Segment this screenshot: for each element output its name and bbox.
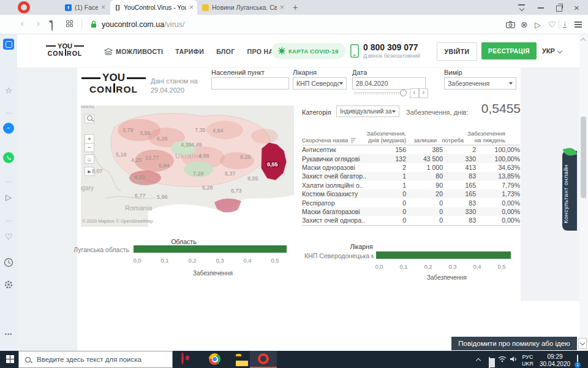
myflow-send-icon[interactable]: ▷ bbox=[535, 20, 541, 29]
tab-close-icon[interactable]: × bbox=[101, 4, 105, 11]
wifi-icon[interactable] bbox=[498, 356, 507, 362]
chart-oblast-axis: 0,0 0,1 0,2 0,3 0,4 0,5 bbox=[134, 257, 288, 264]
action-center-icon[interactable]: 1 bbox=[577, 355, 578, 366]
sidebar-more-icon[interactable]: ••• bbox=[0, 331, 17, 337]
speed-dial-home-icon[interactable] bbox=[3, 39, 14, 50]
reload-icon[interactable] bbox=[51, 20, 53, 31]
youcontrol-logo[interactable]: YOU CONROL bbox=[46, 42, 84, 57]
tab-menu-icon[interactable] bbox=[518, 4, 525, 10]
feedback-collapse-button[interactable] bbox=[578, 338, 587, 349]
hospital-label: Лікарня bbox=[293, 69, 317, 76]
map-zoom-out-button[interactable]: − bbox=[85, 143, 94, 152]
map-home-button[interactable]: ⌂ bbox=[85, 155, 94, 164]
tab-facebook[interactable]: f (1) Facebook × bbox=[61, 0, 109, 15]
taskbar-search[interactable] bbox=[18, 351, 173, 368]
battery-icon[interactable] bbox=[489, 357, 490, 368]
table-row[interactable]: Маски одноразові21 00041334,63% bbox=[302, 163, 520, 172]
scrollbar-thumb[interactable] bbox=[581, 117, 586, 198]
adblock-shield-icon[interactable]: ⊗ bbox=[521, 20, 528, 29]
lock-icon[interactable] bbox=[91, 20, 97, 28]
table-row[interactable]: Костюм біозахисту0201651,73% bbox=[302, 190, 520, 198]
table-row[interactable]: Рукавички оглядові13243 500330100,00% bbox=[302, 154, 520, 163]
nav-features[interactable]: МОЖЛИВОСТІ bbox=[104, 48, 163, 55]
register-button[interactable]: РЕЄСТРАЦІЯ bbox=[481, 42, 537, 59]
category-label: Категорія bbox=[302, 109, 331, 116]
language-selector[interactable]: УКР bbox=[542, 47, 562, 55]
settings-gear-icon[interactable] bbox=[4, 280, 13, 289]
covid-map-link[interactable]: КАРТА COVID-19 bbox=[271, 43, 345, 59]
tab-news[interactable]: Новини Луганська. Свіжі × bbox=[198, 0, 288, 15]
download-icon[interactable]: ↓ bbox=[563, 20, 567, 28]
tab-close-icon[interactable]: × bbox=[189, 4, 194, 11]
date-slider-handle[interactable] bbox=[400, 90, 407, 96]
category-select[interactable]: Індивідуальний зах... bbox=[336, 105, 399, 117]
map-selected-value[interactable]: 0,55 bbox=[266, 161, 279, 167]
minimize-button[interactable] bbox=[538, 7, 544, 9]
table-row[interactable]: Халати ізоляційні о..1901657,79% bbox=[302, 181, 520, 190]
map-label-romania: Romania bbox=[125, 204, 152, 212]
map-label-hungary: ngary bbox=[81, 185, 94, 191]
taskbar-app-icon[interactable] bbox=[181, 352, 184, 365]
sort-icon[interactable] bbox=[351, 138, 356, 143]
map-zoom-in-button[interactable]: + bbox=[85, 134, 94, 144]
map-value: 4,49 bbox=[191, 142, 202, 148]
map-attribution: © 2020 Mapbox © OpenStreetMap bbox=[82, 218, 153, 224]
address-bar[interactable]: youcontrol.com.ua/virus/ bbox=[102, 20, 184, 29]
measure-select[interactable]: Забезпечення bbox=[444, 77, 516, 90]
table-row[interactable]: Захист очей однора..00830,00% bbox=[302, 216, 520, 225]
col-header-need[interactable]: потреба bbox=[437, 137, 464, 144]
close-button[interactable]: × bbox=[574, 2, 579, 13]
snapshot-camera-icon[interactable] bbox=[506, 21, 515, 28]
chrome-icon[interactable] bbox=[209, 353, 221, 365]
chart-hospital-bar[interactable] bbox=[376, 251, 511, 259]
start-button[interactable] bbox=[6, 355, 14, 363]
tab-close-icon[interactable]: × bbox=[280, 4, 284, 11]
ukraine-choropleth-map[interactable]: + − ⌂ ▶ oland Ukraine Romania ngary © 20… bbox=[81, 105, 294, 227]
hospital-select[interactable]: КНП Северодоне... bbox=[293, 77, 347, 90]
back-icon[interactable]: ‹ bbox=[21, 18, 24, 28]
taskbar-search-input[interactable] bbox=[36, 355, 160, 364]
login-button[interactable]: УВІЙТИ bbox=[437, 42, 477, 61]
nav-tariffs[interactable]: ТАРИФИ bbox=[175, 48, 204, 55]
table-row[interactable]: Захист очей багатор..1808313,85% bbox=[302, 172, 520, 180]
chart-oblast-bar[interactable] bbox=[134, 245, 287, 253]
date-slider-track[interactable] bbox=[354, 92, 405, 94]
favorites-heart-icon[interactable]: ♡ bbox=[0, 232, 17, 242]
col-header-stock[interactable]: залишки bbox=[406, 137, 437, 144]
nav-blog[interactable]: БЛОГ bbox=[216, 48, 235, 55]
map-search-button[interactable] bbox=[85, 114, 94, 123]
tray-clock[interactable]: 09:2930.04.2020 bbox=[538, 353, 572, 368]
messenger-icon[interactable] bbox=[3, 123, 14, 134]
table-row[interactable]: Респіратор00830,00% bbox=[302, 198, 520, 207]
language-indicator[interactable]: РУСUKR bbox=[522, 354, 533, 367]
history-clock-icon[interactable] bbox=[4, 258, 13, 267]
bookmark-heart-icon[interactable]: ♡ bbox=[548, 20, 556, 29]
new-tab-button[interactable]: + bbox=[293, 2, 298, 12]
whatsapp-icon[interactable] bbox=[3, 152, 14, 163]
table-row[interactable]: Маски багаторазові003300,00% bbox=[302, 207, 520, 216]
speed-dial-icon[interactable] bbox=[66, 20, 73, 27]
url-host: youcontrol.com.ua bbox=[102, 20, 164, 29]
col-header-week[interactable]: Забезпечення на тиждень bbox=[464, 130, 505, 144]
myflow-send-icon[interactable]: ▷ bbox=[0, 193, 17, 202]
phone-number[interactable]: 0 800 309 077 bbox=[363, 42, 418, 52]
volume-icon[interactable] bbox=[510, 356, 518, 362]
restore-button[interactable] bbox=[556, 6, 562, 12]
table-row[interactable]: Антисептик1563852100,00% bbox=[302, 145, 520, 154]
date-input[interactable]: 28.04.2020 bbox=[352, 77, 426, 90]
settlement-input[interactable] bbox=[211, 77, 289, 90]
bookmarks-star-icon[interactable]: ☆ bbox=[0, 86, 17, 95]
divider bbox=[6, 221, 12, 221]
col-header-name[interactable]: Скорочена назва bbox=[302, 137, 365, 144]
sidebar-setup-icon[interactable] bbox=[575, 21, 582, 28]
date-prev-button[interactable]: ‹ bbox=[410, 88, 419, 98]
opera-logo-icon[interactable] bbox=[18, 1, 30, 13]
tab-youcontrol[interactable]: [ ] YouControl.Virus - Youcont × bbox=[110, 0, 197, 15]
consultant-online-tab[interactable]: Консультант онлайн bbox=[562, 151, 577, 231]
date-next-button[interactable]: › bbox=[419, 88, 428, 98]
col-header-median[interactable]: Забезпечення, днів (медіана) bbox=[365, 130, 406, 144]
feedback-button[interactable]: Повідомити про помилку або ідею bbox=[451, 337, 577, 350]
forward-icon[interactable]: › bbox=[37, 18, 40, 28]
data-as-of-date: 29.04.2020 bbox=[151, 86, 184, 94]
opera-taskbar-button[interactable] bbox=[250, 351, 277, 368]
